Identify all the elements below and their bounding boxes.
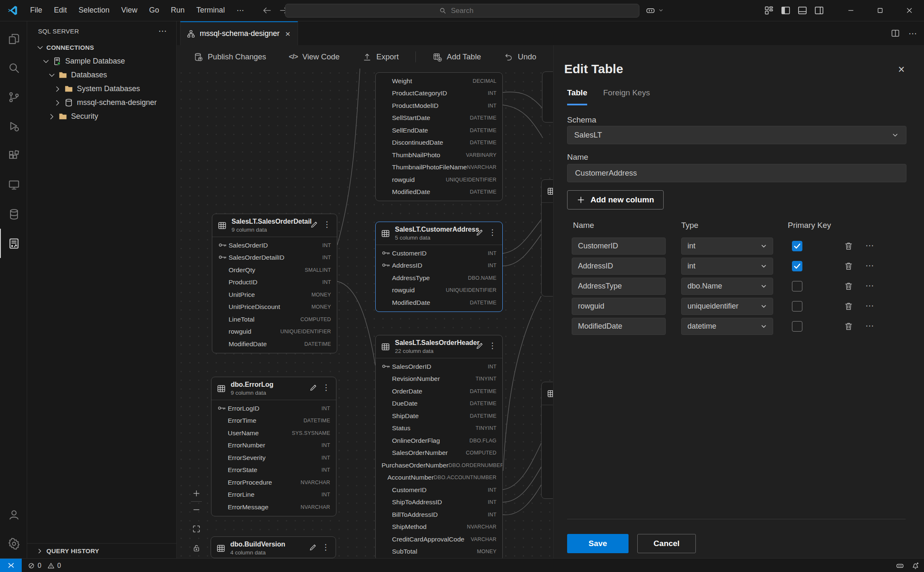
activity-run-and-debug[interactable] [0,112,27,141]
column-more-actions-icon[interactable]: ⋯ [865,321,875,331]
table-card-build-version[interactable]: dbo.BuildVersion 4 column data ⋮ [211,536,336,558]
query-history-section[interactable]: QUERY HISTORY [27,543,176,558]
primary-key-checkbox[interactable] [792,261,802,271]
table-menu-icon[interactable]: ⋮ [489,341,496,350]
table-card-header[interactable]: dbo.BuildVersion 4 column data ⋮ [211,537,336,558]
save-button[interactable]: Save [567,534,629,553]
primary-key-checkbox[interactable] [792,321,802,332]
activity-search[interactable] [0,53,27,82]
activity-extensions[interactable] [0,141,27,170]
copilot-status-icon[interactable] [896,561,904,570]
delete-column-icon[interactable] [844,261,853,271]
schema-canvas[interactable]: Publish Changes</>View CodeExportAdd Tab… [177,45,553,558]
undo-button[interactable]: Undo [504,52,536,62]
table-card-partial[interactable] [541,382,553,499]
tree-item-sample-database[interactable]: Sample Database [27,54,176,68]
primary-key-checkbox[interactable] [792,301,802,312]
table-card-partial[interactable] [541,179,553,296]
menu-view[interactable]: View [116,4,143,17]
table-card-product-partial[interactable]: Weight DECIMAL ProductCategoryID INT Pro… [375,72,503,201]
toggle-secondary-sidebar-icon[interactable] [814,5,825,16]
column-type-dropdown[interactable]: datetime [681,318,773,335]
primary-key-checkbox[interactable] [792,241,802,251]
column-more-actions-icon[interactable]: ⋯ [865,301,875,311]
tree-item-system-databases[interactable]: System Databases [27,82,176,96]
add-table-button[interactable]: Add Table [433,52,481,62]
search-input[interactable] [450,6,485,15]
column-name-input[interactable]: ModifiedDate [572,318,666,335]
activity-settings[interactable] [0,529,27,558]
activity-explorer[interactable] [0,24,27,53]
menu-selection[interactable]: Selection [74,4,115,17]
split-editor-icon[interactable] [891,28,900,38]
pencil-icon[interactable] [309,383,318,392]
cancel-button[interactable]: Cancel [637,534,696,553]
editor-more-actions-icon[interactable]: ⋯ [909,28,917,38]
column-more-actions-icon[interactable]: ⋯ [865,260,875,271]
nav-back-icon[interactable] [262,5,272,15]
table-card-error-log[interactable]: dbo.ErrorLog 9 column data ⋮ ErrorLogID … [211,377,336,516]
table-menu-icon[interactable]: ⋮ [323,220,331,229]
notifications-bell-icon[interactable] [911,561,920,570]
problems-status[interactable]: 0 0 [28,562,64,569]
pencil-icon[interactable] [475,342,484,350]
table-card-header[interactable]: dbo.ErrorLog 9 column data ⋮ [211,377,336,400]
panel-tab-table[interactable]: Table [567,88,587,105]
export-button[interactable]: Export [362,52,399,62]
toggle-panel-icon[interactable] [797,5,808,16]
table-menu-icon[interactable]: ⋮ [322,383,330,392]
copilot-menu[interactable] [645,5,664,15]
command-center-search[interactable] [285,4,639,18]
column-type-dropdown[interactable]: dbo.Name [681,278,773,295]
delete-column-icon[interactable] [844,281,853,291]
publish-button[interactable]: Publish Changes [193,52,266,62]
activity-source-control[interactable] [0,82,27,112]
activity-accounts[interactable] [0,500,27,529]
table-card-sales-order-detail[interactable]: SalesLT.SalesOrderDetail 9 column data ⋮… [212,214,337,353]
primary-key-checkbox[interactable] [792,281,802,291]
tab-mssql-schema-designer[interactable]: mssql-schema-designer × [180,21,298,45]
customize-layout-icon[interactable] [764,5,774,16]
add-new-column-button[interactable]: Add new column [567,190,664,209]
column-name-input[interactable]: CustomerID [572,237,666,255]
column-type-dropdown[interactable]: int [681,237,773,255]
column-more-actions-icon[interactable]: ⋯ [865,281,875,291]
delete-column-icon[interactable] [844,301,853,311]
zoom-out-button[interactable] [189,502,204,518]
maximize-button[interactable] [865,0,895,20]
table-card-partial[interactable] [542,72,553,123]
column-type-dropdown[interactable]: int [681,258,773,275]
toggle-primary-sidebar-icon[interactable] [780,5,791,16]
tree-item-databases[interactable]: Databases [27,68,176,82]
table-card-header[interactable]: SalesLT.SalesOrderHeader 22 column data … [376,335,502,358]
tree-item-connections[interactable]: CONNECTIONS [27,41,176,54]
table-card-sales-order-header[interactable]: SalesLT.SalesOrderHeader 22 column data … [375,335,503,558]
menu-more-icon[interactable]: ⋯ [232,4,249,17]
lock-button[interactable] [189,540,204,556]
view-code-button[interactable]: </>View Code [289,52,340,61]
menu-run[interactable]: Run [166,4,190,17]
minimize-button[interactable] [836,0,865,20]
pencil-icon[interactable] [308,543,317,552]
panel-tab-foreign-keys[interactable]: Foreign Keys [603,88,650,105]
remote-indicator[interactable] [0,559,22,572]
schema-dropdown[interactable]: SalesLT [567,126,906,144]
delete-column-icon[interactable] [844,241,853,251]
delete-column-icon[interactable] [844,322,853,331]
menu-go[interactable]: Go [144,4,164,17]
pencil-icon[interactable] [310,220,318,229]
tree-item-security[interactable]: Security [27,110,176,123]
close-window-button[interactable] [895,0,924,20]
activity-database-projects[interactable] [0,199,27,229]
table-menu-icon[interactable]: ⋮ [322,542,330,552]
menu-edit[interactable]: Edit [49,4,72,17]
column-more-actions-icon[interactable]: ⋯ [865,240,875,250]
menu-terminal[interactable]: Terminal [191,4,230,17]
activity-mssql-extension[interactable] [0,229,27,258]
column-name-input[interactable]: rowguid [572,298,666,315]
column-name-input[interactable]: AddressID [572,258,666,275]
table-card-customer-address[interactable]: SalesLT.CustomerAddress 5 column data ⋮ … [375,222,503,312]
tree-item-mssql-schema-designer[interactable]: mssql-schema-designer [27,96,176,110]
menu-file[interactable]: File [25,4,47,17]
tab-close-icon[interactable]: × [284,29,292,38]
